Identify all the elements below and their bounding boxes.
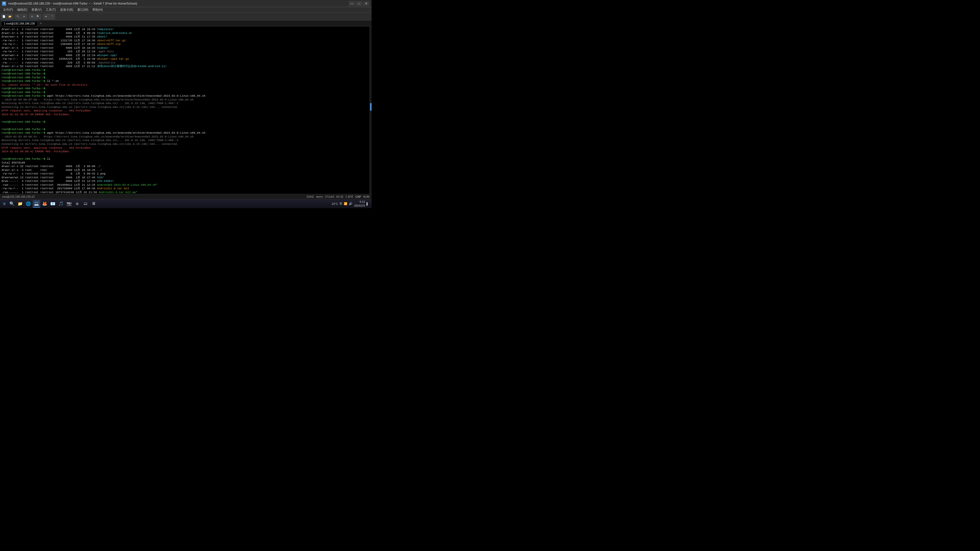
scroll-thumb[interactable] bbox=[370, 103, 372, 111]
status-left: root@192.168.186.230:22 bbox=[2, 195, 35, 198]
app-icon: X bbox=[2, 2, 6, 6]
taskbar-network-icon: 📶 bbox=[344, 202, 347, 205]
new-session-button[interactable]: 📄 bbox=[1, 14, 6, 19]
tab-label: 1 root@192.168.186.230 bbox=[4, 22, 35, 25]
taskbar-terminal[interactable]: 💻 bbox=[33, 200, 40, 208]
taskbar-search[interactable]: 🔍 bbox=[8, 200, 16, 208]
taskbar-app3[interactable]: 📧 bbox=[49, 200, 57, 208]
add-tab-button[interactable]: + bbox=[38, 21, 44, 26]
status-bar: root@192.168.186.230:22 SSH2 xterm 271x6… bbox=[0, 194, 372, 199]
connect-button[interactable]: 🔌 bbox=[15, 14, 21, 19]
taskbar-browser2[interactable]: 🦊 bbox=[41, 200, 48, 208]
toolbar-separator-3 bbox=[42, 14, 42, 19]
settings-button[interactable]: ⚙ bbox=[29, 14, 35, 19]
status-position: 63.32 bbox=[336, 195, 344, 198]
close-button[interactable]: ✕ bbox=[363, 1, 369, 6]
menu-tabs[interactable]: 选项卡(B) bbox=[58, 7, 75, 13]
status-ssh: SSH2 bbox=[307, 195, 314, 198]
menu-bar: 文件(F) 编辑(E) 查看(V) 工具(T) 选项卡(B) 窗口(W) 帮助(… bbox=[0, 7, 372, 13]
status-terminal: xterm bbox=[316, 195, 323, 198]
status-address: root@192.168.186.230:22 bbox=[2, 195, 35, 198]
disconnect-button[interactable]: ⊗ bbox=[21, 14, 27, 19]
menu-edit[interactable]: 编辑(E) bbox=[15, 7, 29, 13]
menu-view[interactable]: 查看(V) bbox=[29, 7, 44, 13]
menu-help[interactable]: 帮助(H) bbox=[90, 7, 105, 13]
taskbar: ⊞ 🔍 📁 🌐 💻 🦊 📧 🎵 📷 ⚙ 🗂 🖥 22°C 英 📶 🔊 9:12 … bbox=[0, 199, 372, 208]
tab-bar: 1 root@192.168.186.230 + bbox=[0, 21, 372, 27]
clock-time: 9:12 bbox=[354, 200, 365, 203]
taskbar-show-desktop[interactable]: ▌ bbox=[366, 202, 369, 205]
status-size: 271x63 bbox=[325, 195, 334, 198]
status-session: 1 会话 bbox=[345, 195, 353, 198]
help-button[interactable]: ? bbox=[49, 14, 55, 19]
taskbar-app4[interactable]: 🎵 bbox=[57, 200, 65, 208]
taskbar-volume-icon: 🔊 bbox=[349, 202, 352, 205]
open-button[interactable]: 📂 bbox=[7, 14, 13, 19]
taskbar-temp: 22°C bbox=[332, 202, 338, 205]
menu-tools[interactable]: 工具(T) bbox=[44, 7, 58, 13]
window-title: root@rootroot192.168.186.230 - root@root… bbox=[8, 2, 137, 5]
active-tab[interactable]: 1 root@192.168.186.230 bbox=[1, 21, 38, 26]
transfer-button[interactable]: ⇄ bbox=[43, 14, 49, 19]
taskbar-apps: 🔍 📁 🌐 💻 🦊 📧 🎵 📷 ⚙ 🗂 🖥 bbox=[8, 200, 329, 208]
terminal-area[interactable]: drwxr-xr-x 2 rootroot rootroot 4096 12月 … bbox=[0, 27, 372, 202]
taskbar-files[interactable]: 📁 bbox=[16, 200, 24, 208]
status-num: NUM bbox=[363, 195, 369, 198]
toolbar-separator-1 bbox=[14, 14, 14, 19]
taskbar-right: 22°C 英 📶 🔊 9:12 2024/2/3 ▌ bbox=[330, 200, 371, 207]
taskbar-app5[interactable]: 📷 bbox=[65, 200, 73, 208]
maximize-button[interactable]: □ bbox=[356, 1, 363, 6]
taskbar-clock[interactable]: 9:12 2024/2/3 bbox=[354, 200, 365, 207]
search-button[interactable]: 🔍 bbox=[35, 14, 41, 19]
taskbar-input: 英 bbox=[339, 202, 342, 206]
menu-window[interactable]: 窗口(W) bbox=[75, 7, 90, 13]
start-button[interactable]: ⊞ bbox=[1, 200, 8, 207]
window-controls: — □ ✕ bbox=[348, 1, 369, 6]
title-bar-left: X root@rootroot192.168.186.230 - root@ro… bbox=[2, 2, 137, 6]
windows-icon: ⊞ bbox=[3, 201, 6, 206]
taskbar-app8[interactable]: 🖥 bbox=[90, 200, 97, 208]
taskbar-app7[interactable]: 🗂 bbox=[82, 200, 89, 208]
status-cap: CAP bbox=[355, 195, 361, 198]
scrollbar[interactable] bbox=[369, 27, 372, 194]
toolbar: 📄 📂 🔌 ⊗ ⚙ 🔍 ⇄ ? bbox=[0, 13, 372, 21]
menu-file[interactable]: 文件(F) bbox=[1, 7, 15, 13]
minimize-button[interactable]: — bbox=[348, 1, 355, 6]
title-bar: X root@rootroot192.168.186.230 - root@ro… bbox=[0, 0, 372, 7]
clock-date: 2024/2/3 bbox=[354, 204, 365, 207]
taskbar-browser1[interactable]: 🌐 bbox=[24, 200, 32, 208]
status-right: SSH2 xterm 271x63 63.32 1 会话 CAP NUM bbox=[307, 195, 369, 198]
toolbar-separator-2 bbox=[28, 14, 28, 19]
taskbar-app6[interactable]: ⚙ bbox=[73, 200, 81, 208]
